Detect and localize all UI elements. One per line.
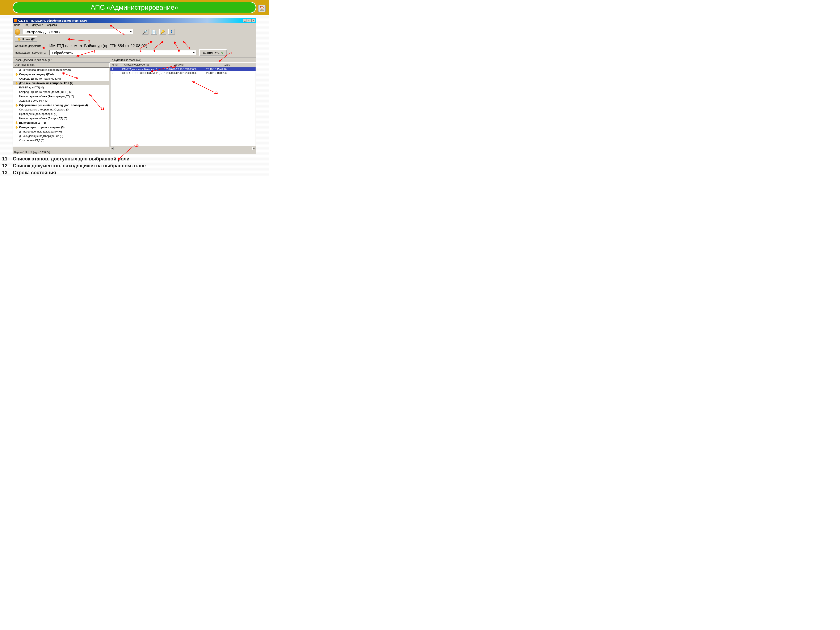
col-number[interactable]: № п/п [110, 63, 123, 67]
slide-title-banner: АПС «Администрирование» [13, 2, 256, 13]
hand-icon: ✋ [15, 121, 18, 124]
table-cell: 2 [111, 71, 121, 75]
user-icon [15, 29, 20, 35]
stage-label: ДТ с тех. ошибками на контроле ФЛК (2) [19, 82, 73, 85]
menu-file[interactable]: Файл [14, 24, 21, 27]
stage-item[interactable]: Не прошедшие обмен (Выпуск ДТ) (0) [13, 116, 109, 120]
stage-item[interactable]: ДТ ожидающие подтверждения (0) [13, 134, 109, 138]
table-cell: ИМ-ГТД на компл. Байконур (п… [121, 68, 163, 71]
stages-panel-title: Этапы, доступные для роли (17) [13, 58, 110, 62]
binoculars-icon: 🔎 [143, 30, 147, 34]
stage-label: Очередь на подачу ДТ (4) [19, 73, 54, 76]
window-titlebar: АИСТ-М - ПЗ Модуль обработки документов … [13, 18, 256, 23]
stage-item[interactable]: ДТ с требованиями на корректировку (0) [13, 68, 109, 72]
stage-label: Проведение доп. проверки (0) [19, 112, 57, 115]
stage-item[interactable]: Проведение доп. проверки (0) [13, 112, 109, 116]
hand-icon: ✋ [15, 73, 18, 76]
close-button[interactable]: × [251, 19, 255, 22]
menu-document[interactable]: Документ [32, 24, 43, 27]
documents-list[interactable]: 1ИМ-ГТД на компл. Байконур (п…10102090/2… [110, 67, 256, 147]
stage-label: Очередь ДТ на контроле докум.(ТиНР) (0) [19, 90, 73, 93]
hand-icon: ✋ [15, 104, 18, 107]
menu-help[interactable]: Справка [47, 24, 57, 27]
table-cell: ЭК10 т.-1 ООО ЭКОПОЛИМЕР (… [121, 71, 163, 75]
action-dropdown[interactable]: Обработать [49, 50, 196, 55]
description-label: Описание документа: [15, 44, 46, 47]
find-button[interactable]: 🔎 [142, 29, 148, 35]
horizontal-scrollbar[interactable]: ◄ ► [110, 147, 256, 150]
stage-label: Оформление решений о провед. доп. провер… [19, 104, 88, 107]
hand-icon: ✋ [15, 82, 18, 85]
stages-column-header: Этап (кол-во док.) [13, 62, 110, 67]
table-cell: 10102090/02.10.10/0000006 [163, 71, 205, 75]
app-window: АИСТ-М - ПЗ Модуль обработки документов … [13, 18, 256, 154]
stage-label: ДТ возвращенные декларанту (0) [19, 130, 62, 133]
col-document[interactable]: Документ [173, 63, 223, 67]
role-dropdown[interactable]: Контроль ДТ (ФЛК) [22, 29, 133, 35]
stage-item[interactable]: Очередь ДТ на контроле докум.(ТиНР) (0) [13, 90, 109, 94]
window-title: АИСТ-М - ПЗ Модуль обработки документов … [18, 19, 243, 22]
table-cell: 10102090/20.10.10/9000008 [163, 68, 205, 71]
stage-item[interactable]: Задания в ЭКС РТУ (0) [13, 98, 109, 103]
stage-item[interactable]: ✋ДТ с тех. ошибками на контроле ФЛК (2) [13, 81, 109, 85]
execute-button[interactable]: Выполнить ➪ [199, 49, 227, 56]
explanation-13: 13 – Строка состояния [2, 170, 267, 175]
slide-title: АПС «Администрирование» [91, 3, 178, 11]
maximize-button[interactable]: □ [247, 19, 251, 22]
stage-item[interactable]: ✋Очередь на подачу ДТ (4) [13, 72, 109, 76]
stage-label: Не прошедшие обмен (Регистрация ДТ) (0) [19, 95, 74, 98]
table-cell: 20.10.10 15:41:46 [205, 68, 232, 71]
new-document-button[interactable]: ✋ Новая ДТ [15, 36, 37, 42]
stage-item[interactable]: Согласование с координир.Отделом (0) [13, 107, 109, 112]
stage-label: Ожидающие отправки в архив (3) [19, 126, 65, 129]
minimize-button[interactable]: _ [243, 19, 247, 22]
explanation-12: 12 – Список документов, находящихся на в… [2, 163, 267, 169]
toolbar: Контроль ДТ (ФЛК) 🔎 📄 🔑 ? ✋ Новая ДТ Опи… [13, 27, 256, 58]
key-button[interactable]: 🔑 [159, 29, 166, 35]
home-button[interactable]: 🏠 [258, 5, 266, 12]
table-cell: 1 [111, 68, 121, 71]
action-label: Переход для документа: [15, 51, 46, 54]
stages-list[interactable]: ДТ с требованиями на корректировку (0)✋О… [13, 67, 110, 147]
stage-item[interactable]: Очередь ДТ на контроле ФЛК (0) [13, 76, 109, 81]
stage-item[interactable]: Не прошедшие обмен (Регистрация ДТ) (0) [13, 94, 109, 98]
description-value: ИМ-ГТД на компл. Байконур (пр.ГТК 884 от… [49, 43, 147, 48]
app-icon [14, 19, 17, 22]
stage-item[interactable]: ✋Оформление решений о провед. доп. прове… [13, 103, 109, 107]
stages-panel: Этапы, доступные для роли (17) Этап (кол… [13, 58, 110, 150]
stage-label: ДТ ожидающие подтверждения (0) [19, 134, 63, 137]
scroll-right-button[interactable]: ► [253, 147, 256, 150]
documents-panel-title: Документы на этапе (2/2) [110, 58, 256, 62]
documents-panel: Документы на этапе (2/2) № п/п Описание … [110, 58, 256, 150]
col-date[interactable]: Дата [223, 63, 256, 67]
stage-label: Задания в ЭКС РТУ (0) [19, 99, 48, 102]
table-row[interactable]: 1ИМ-ГТД на компл. Байконур (п…10102090/2… [111, 68, 256, 71]
stage-item[interactable]: БУФЕР для ПТД (0) [13, 85, 109, 90]
question-icon: ? [171, 30, 173, 33]
menu-view[interactable]: Вид [24, 24, 28, 27]
documents-header: № п/п Описание документа Документ Дата [110, 62, 256, 67]
stage-item[interactable]: Отказанные ГТД (0) [13, 138, 109, 142]
menu-bar: Файл Вид Документ Справка [13, 23, 256, 27]
table-cell: 20.10.10 18:03:23 [205, 71, 232, 75]
help-button[interactable]: ? [168, 29, 175, 35]
status-bar: Версия 1.3.1.59 [ядро 1.2.0.77] [13, 150, 256, 154]
stage-label: Очередь ДТ на контроле ФЛК (0) [19, 77, 61, 80]
stage-label: БУФЕР для ПТД (0) [19, 86, 44, 89]
scroll-left-button[interactable]: ◄ [110, 147, 114, 150]
stage-item[interactable]: ✋Ожидающие отправки в архив (3) [13, 125, 109, 129]
stage-item[interactable]: ✋Выпущенные ДТ (1) [13, 120, 109, 125]
details-button[interactable]: 📄 [151, 29, 157, 35]
arrow-right-icon: ➪ [221, 51, 223, 55]
stage-label: Отказанные ГТД (0) [19, 139, 44, 142]
explanation-11: 11 – Список этапов, доступных для выбран… [2, 156, 267, 162]
key-icon: 🔑 [161, 30, 165, 34]
stage-item[interactable]: ДТ возвращенные декларанту (0) [13, 129, 109, 134]
stage-label: ДТ с требованиями на корректировку (0) [19, 68, 71, 71]
stage-label: Согласование с координир.Отделом (0) [19, 108, 69, 111]
col-description[interactable]: Описание документа [123, 63, 173, 67]
hand-icon: ✋ [17, 37, 21, 41]
stage-label: Не прошедшие обмен (Выпуск ДТ) (0) [19, 117, 67, 120]
table-row[interactable]: 2ЭК10 т.-1 ООО ЭКОПОЛИМЕР (…10102090/02.… [111, 71, 256, 75]
stage-label: Выпущенные ДТ (1) [19, 121, 46, 124]
